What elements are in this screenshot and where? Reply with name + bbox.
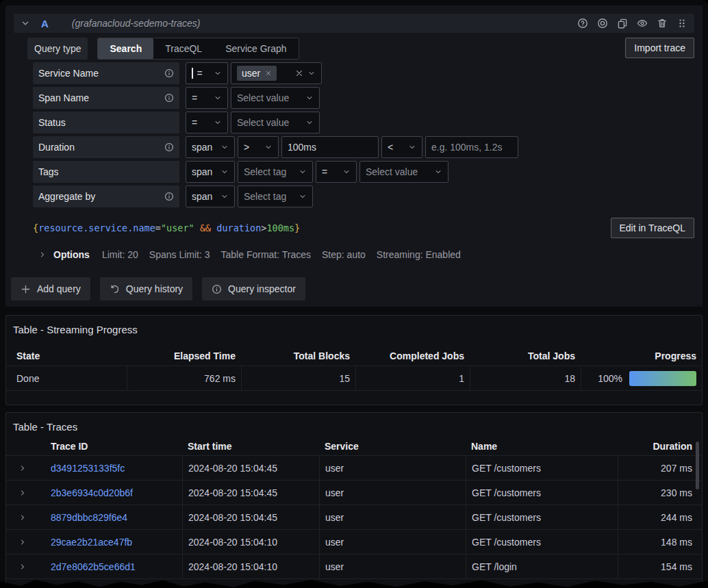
add-query-button[interactable]: Add query (11, 277, 90, 301)
row-expander[interactable] (6, 505, 45, 529)
eye-icon[interactable] (637, 18, 648, 29)
traceql-preview-code: {resource.service.name="user" && duratio… (33, 222, 300, 233)
progress-bar (629, 371, 696, 386)
chevron-down-icon (214, 118, 222, 127)
chevron-down-icon (305, 118, 314, 127)
cell-elapsed-time: 762 ms (127, 366, 241, 390)
chevron-right-icon[interactable] (38, 251, 47, 259)
duration-scope-select[interactable]: span (186, 136, 235, 158)
tags-scope-select[interactable]: span (186, 161, 235, 183)
bullseye-icon[interactable] (597, 18, 608, 29)
col-duration[interactable]: Duration (618, 437, 702, 455)
span-name-operator-select[interactable]: = (186, 87, 228, 109)
trace-table-row: 2b3e6934c0d20b6f 2024-08-20 15:04:45 use… (6, 481, 702, 505)
cell-service: user (319, 481, 466, 504)
cell-duration: 148 ms (618, 530, 702, 554)
status-label: Status (33, 112, 179, 133)
chevron-down-icon (307, 69, 316, 77)
options-step: Step: auto (322, 249, 366, 260)
col-trace-id[interactable]: Trace ID (45, 437, 182, 455)
col-total-blocks[interactable]: Total Blocks (241, 346, 355, 366)
service-name-operator-select[interactable]: = (186, 62, 228, 84)
row-expander[interactable] (6, 554, 45, 578)
tags-tag-select[interactable]: Select tag (238, 161, 313, 183)
cell-name: GET /customers (466, 505, 618, 529)
chevron-down-icon (434, 168, 442, 176)
query-footer-buttons: Add query Query history Query inspector (11, 277, 694, 301)
trace-id-link[interactable]: 2b3e6934c0d20b6f (51, 487, 133, 498)
remove-value-icon[interactable] (265, 70, 272, 77)
options-row[interactable]: Options Limit: 20 Spans Limit: 3 Table F… (33, 244, 694, 265)
query-inspector-button[interactable]: Query inspector (202, 277, 305, 301)
span-name-value-select[interactable]: Select value (231, 87, 320, 109)
status-value-select[interactable]: Select value (231, 112, 320, 133)
trace-id-link[interactable]: 29cae2b21ace47fb (51, 537, 132, 548)
cell-duration: 154 ms (618, 554, 702, 578)
scrollbar-thumb[interactable] (696, 442, 699, 489)
row-expander[interactable] (6, 456, 45, 480)
query-editor-section: A (grafanacloud-sedemo-traces) (5, 5, 703, 307)
tags-label: Tags (33, 161, 179, 183)
options-streaming: Streaming: Enabled (377, 249, 461, 260)
edit-in-traceql-button[interactable]: Edit in TraceQL (611, 218, 695, 238)
tab-service-graph[interactable]: Service Graph (214, 38, 298, 59)
chevron-down-icon (299, 192, 307, 201)
cell-service: user (319, 505, 466, 529)
trace-table-row: d3491253133f5fc 2024-08-20 15:04:45 user… (6, 456, 702, 481)
aggregate-by-row: Aggregate by span Select tag (33, 186, 694, 207)
col-name[interactable]: Name (466, 437, 618, 455)
chevron-down-icon (305, 94, 314, 102)
aggregate-tag-select[interactable]: Select tag (238, 186, 313, 207)
row-expander[interactable] (6, 481, 45, 504)
help-icon[interactable] (577, 18, 588, 29)
service-name-value-select[interactable]: user (231, 62, 322, 84)
cell-duration: 230 ms (618, 481, 702, 504)
query-history-button[interactable]: Query history (100, 277, 192, 301)
duration-lt-operator-select[interactable]: < (381, 136, 422, 158)
tab-search[interactable]: Search (98, 38, 153, 59)
col-expander (6, 437, 45, 455)
col-state[interactable]: State (6, 346, 127, 366)
status-operator-select[interactable]: = (186, 112, 228, 133)
datasource-hint: (grafanacloud-sedemo-traces) (72, 18, 201, 29)
aggregate-by-label: Aggregate by (33, 186, 179, 207)
col-completed-jobs[interactable]: Completed Jobs (355, 346, 470, 366)
cell-name: GET /customers (466, 530, 618, 554)
query-type-label: Query type (27, 38, 88, 60)
col-progress[interactable]: Progress (581, 346, 702, 366)
tags-value-select[interactable]: Select value (359, 161, 448, 183)
duration-lt-value-input[interactable] (425, 136, 518, 158)
row-expander[interactable] (6, 530, 45, 554)
trace-id-link[interactable]: d3491253133f5fc (51, 463, 125, 474)
trace-id-link[interactable]: 2d7e8062b5ce66d1 (51, 561, 136, 572)
aggregate-scope-select[interactable]: span (186, 186, 235, 207)
plus-icon (21, 284, 31, 294)
tags-row: Tags span Select tag = (33, 161, 694, 183)
panel-title: Table - Traces (6, 413, 702, 433)
import-trace-button[interactable]: Import trace (625, 38, 694, 58)
collapse-query-icon[interactable] (21, 18, 30, 28)
col-elapsed-time[interactable]: Elapsed Time (127, 346, 241, 366)
chevron-right-icon (18, 489, 27, 497)
chevron-down-icon (220, 143, 229, 151)
copy-icon[interactable] (617, 18, 628, 29)
col-start-time[interactable]: Start time (182, 437, 319, 455)
trash-icon[interactable] (657, 18, 668, 29)
traces-panel: Table - Traces Trace ID Start time Servi… (5, 412, 703, 588)
duration-gt-value-input[interactable] (281, 136, 379, 158)
chevron-down-icon (214, 94, 222, 102)
query-row-header[interactable]: A (grafanacloud-sedemo-traces) (14, 14, 694, 33)
cell-duration: 207 ms (618, 456, 702, 480)
traces-table-header: Trace ID Start time Service Name Duratio… (6, 437, 702, 456)
col-service[interactable]: Service (319, 437, 466, 455)
drag-handle-icon[interactable] (677, 18, 687, 29)
col-total-jobs[interactable]: Total Jobs (470, 346, 581, 366)
cell-start-time: 2024-08-20 15:04:10 (182, 530, 319, 554)
duration-gt-operator-select[interactable]: > (238, 136, 279, 158)
query-ref-id: A (41, 18, 49, 29)
tags-operator-select[interactable]: = (316, 161, 357, 183)
tab-traceql[interactable]: TraceQL (153, 38, 214, 59)
cell-completed-jobs: 1 (355, 366, 470, 390)
clear-all-icon[interactable] (295, 69, 303, 77)
trace-id-link[interactable]: 8879dbbc829f6e4 (51, 512, 127, 523)
